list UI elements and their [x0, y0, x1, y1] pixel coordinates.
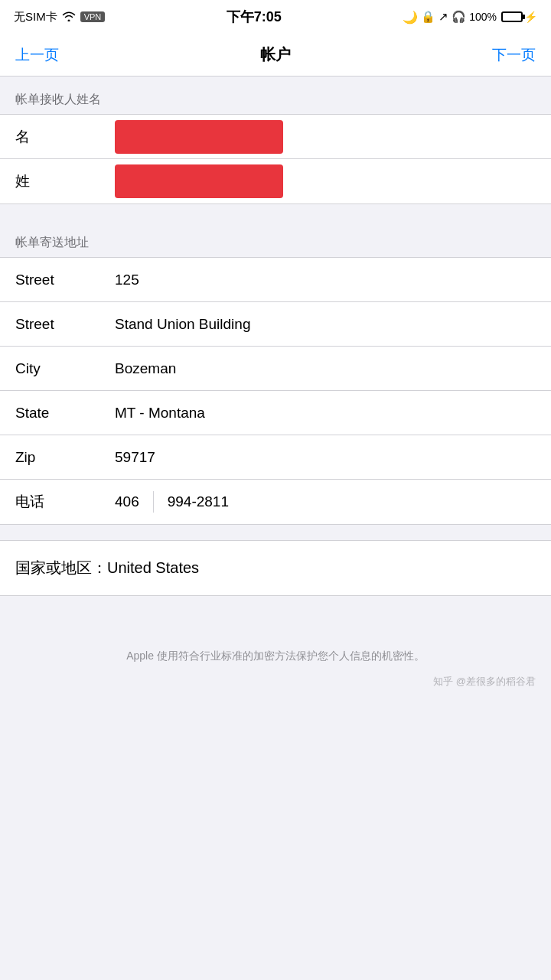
state-row: State MT - Montana [0, 391, 551, 435]
wifi-icon [62, 11, 76, 24]
phone-label: 电话 [15, 492, 115, 512]
vpn-badge: VPN [80, 11, 106, 22]
last-name-input[interactable] [115, 164, 283, 198]
phone-divider [153, 491, 154, 513]
status-right: 🌙 🔒 ↗ 🎧 100% ⚡ [403, 10, 537, 24]
battery-icon [501, 11, 523, 22]
first-name-input[interactable] [115, 120, 283, 154]
country-section: 国家或地区：United States [0, 540, 551, 596]
street1-value[interactable]: 125 [115, 272, 536, 288]
street2-label: Street [15, 316, 115, 333]
city-row: City Bozeman [0, 347, 551, 391]
prev-button[interactable]: 上一页 [15, 45, 59, 65]
carrier-label: 无SIM卡 [14, 10, 57, 24]
billing-name-header: 帐单接收人姓名 [0, 77, 551, 114]
phone-area-code: 406 [115, 493, 139, 510]
zip-value[interactable]: 59717 [115, 449, 536, 466]
street2-row: Street Stand Union Building [0, 302, 551, 347]
phone-number: 994-2811 [168, 493, 229, 510]
city-value[interactable]: Bozeman [115, 360, 536, 377]
next-button[interactable]: 下一页 [492, 45, 536, 65]
nav-bar: 上一页 帐户 下一页 [0, 34, 551, 77]
last-name-row: 姓 [0, 159, 551, 203]
state-label: State [15, 405, 115, 422]
phone-row: 电话 406 994-2811 [0, 480, 551, 524]
first-name-row: 名 [0, 115, 551, 159]
billing-name-table: 名 姓 [0, 114, 551, 204]
state-value[interactable]: MT - Montana [115, 405, 536, 422]
moon-icon: 🌙 [403, 10, 418, 24]
street1-label: Street [15, 272, 115, 288]
country-value: United States [107, 559, 199, 576]
billing-address-table: Street 125 Street Stand Union Building C… [0, 257, 551, 525]
billing-address-header: 帐单寄送地址 [0, 220, 551, 257]
page-title: 帐户 [260, 44, 291, 65]
status-time: 下午7:05 [227, 8, 282, 26]
last-name-label: 姓 [15, 171, 115, 191]
footer-watermark: 知乎 @差很多的稻谷君 [0, 672, 551, 704]
city-label: City [15, 360, 115, 377]
country-label: 国家或地区：United States [15, 559, 199, 576]
charging-icon: ⚡ [524, 11, 537, 23]
zip-row: Zip 59717 [0, 435, 551, 480]
footer-note: Apple 使用符合行业标准的加密方法保护您个人信息的机密性。 [0, 627, 551, 672]
status-left: 无SIM卡 VPN [14, 10, 105, 24]
country-prefix: 国家或地区： [15, 559, 107, 576]
first-name-label: 名 [15, 127, 115, 147]
status-bar: 无SIM卡 VPN 下午7:05 🌙 🔒 ↗ 🎧 100% ⚡ [0, 0, 551, 34]
phone-value[interactable]: 406 994-2811 [115, 491, 229, 513]
zip-label: Zip [15, 449, 115, 466]
battery-percent: 100% [469, 11, 497, 23]
street1-row: Street 125 [0, 258, 551, 302]
street2-value[interactable]: Stand Union Building [115, 316, 536, 333]
lock-icon: 🔒 [421, 10, 435, 24]
location-icon: ↗ [439, 10, 448, 24]
headphone-icon: 🎧 [452, 10, 466, 24]
